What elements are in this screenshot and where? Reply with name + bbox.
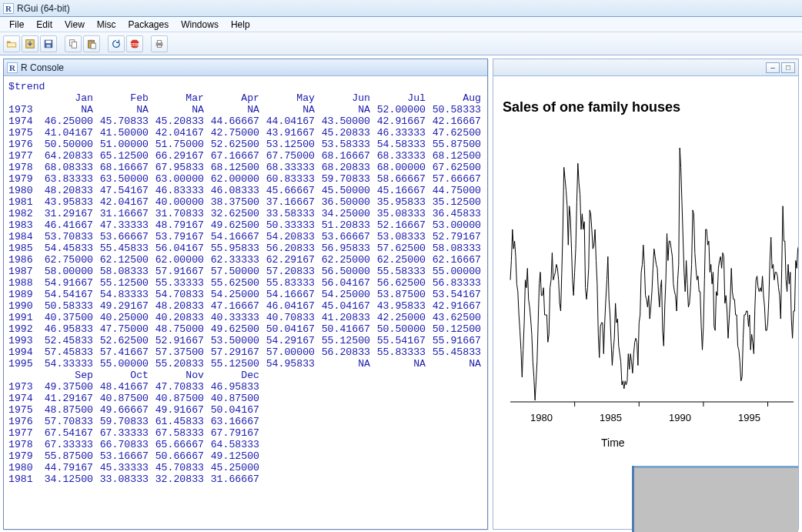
svg-rect-13	[157, 45, 161, 47]
paste-icon[interactable]	[83, 35, 100, 52]
graphics-title-bar[interactable]: – □	[493, 59, 798, 76]
secondary-panel	[632, 466, 798, 532]
r-logo-icon: R	[3, 3, 14, 14]
r-logo-icon: R	[7, 62, 18, 73]
stop-icon[interactable]: STOP	[126, 35, 143, 52]
menu-packages[interactable]: Packages	[122, 18, 175, 31]
menu-windows[interactable]: Windows	[175, 18, 225, 31]
app-title: RGui (64-bit)	[17, 3, 70, 14]
svg-rect-8	[91, 43, 95, 49]
menu-edit[interactable]: Edit	[30, 18, 58, 31]
r-graphics-window: – □ Sales of one family houses 1980 1985…	[493, 59, 799, 530]
xtick-1985: 1985	[600, 412, 622, 423]
svg-rect-5	[72, 42, 76, 48]
chart-title: Sales of one family houses	[503, 99, 680, 115]
load-icon[interactable]	[22, 35, 38, 52]
open-icon[interactable]	[3, 35, 20, 52]
console-title: R Console	[21, 62, 64, 73]
menu-view[interactable]: View	[58, 18, 91, 31]
xtick-1980: 1980	[530, 412, 553, 423]
xtick-1990: 1990	[669, 412, 691, 423]
svg-rect-12	[157, 40, 161, 43]
menu-help[interactable]: Help	[225, 18, 256, 31]
copy-icon[interactable]	[65, 35, 82, 52]
refresh-icon[interactable]	[108, 35, 125, 52]
svg-text:STOP: STOP	[129, 42, 140, 46]
menu-bar: File Edit View Misc Packages Windows Hel…	[0, 17, 802, 32]
r-console-window: R R Console $trendJanFebMarAprMayJunJulA…	[3, 59, 488, 530]
timeseries-line	[501, 138, 798, 415]
maximize-icon[interactable]: □	[781, 62, 795, 73]
print-icon[interactable]	[151, 35, 168, 52]
svg-rect-3	[46, 44, 50, 47]
plot-area: Sales of one family houses 1980 1985 199…	[493, 76, 798, 529]
menu-file[interactable]: File	[3, 18, 30, 31]
svg-rect-7	[89, 39, 92, 42]
save-icon[interactable]	[40, 35, 57, 52]
console-title-bar[interactable]: R R Console	[4, 59, 487, 76]
console-output[interactable]: $trendJanFebMarAprMayJunJulAug1973NANANA…	[4, 76, 487, 529]
xtick-1995: 1995	[738, 412, 760, 423]
menu-misc[interactable]: Misc	[91, 18, 122, 31]
toolbar: STOP	[0, 32, 802, 55]
mdi-workspace: R R Console $trendJanFebMarAprMayJunJulA…	[0, 55, 802, 532]
minimize-icon[interactable]: –	[766, 62, 780, 73]
svg-rect-2	[46, 40, 52, 43]
app-title-bar: R RGui (64-bit)	[0, 0, 802, 17]
x-axis-label: Time	[601, 437, 625, 449]
